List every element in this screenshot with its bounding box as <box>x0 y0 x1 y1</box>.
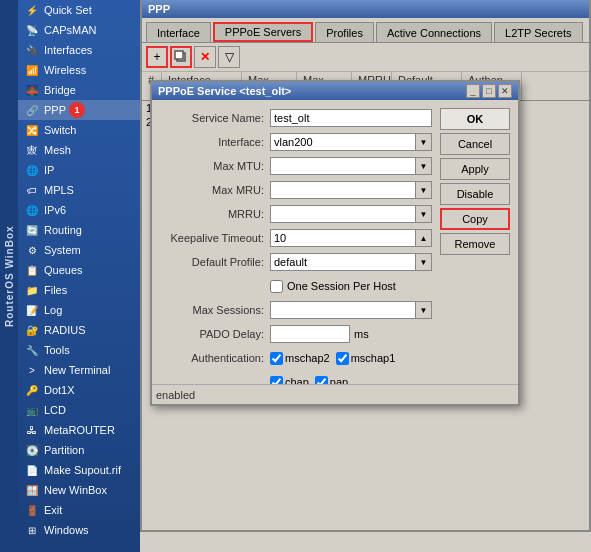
sidebar-item-make-supout[interactable]: 📄Make Supout.rif <box>18 460 140 480</box>
pado-delay-input[interactable] <box>270 325 350 343</box>
interface-dropdown-btn[interactable]: ▼ <box>416 133 432 151</box>
dialog-content: Service Name: Interface: ▼ <box>152 100 518 404</box>
max-mtu-row: Max MTU: ▼ <box>160 156 432 176</box>
one-session-row: One Session Per Host <box>160 276 432 296</box>
max-mru-row: Max MRU: ▼ <box>160 180 432 200</box>
auth-row: Authentication: mschap2 mschap1 <box>160 348 432 368</box>
dialog-form: Service Name: Interface: ▼ <box>160 108 432 396</box>
sidebar-item-ipv6[interactable]: 🌐IPv6 <box>18 200 140 220</box>
sidebar-item-mpls[interactable]: 🏷MPLS <box>18 180 140 200</box>
sidebar-item-tools[interactable]: 🔧Tools <box>18 340 140 360</box>
tools-icon: 🔧 <box>24 343 40 357</box>
remove-dialog-button[interactable]: Remove <box>440 233 510 255</box>
partition-icon: 💽 <box>24 443 40 457</box>
mpls-icon: 🏷 <box>24 183 40 197</box>
sidebar-label-partition: Partition <box>44 444 84 456</box>
interface-row: Interface: ▼ <box>160 132 432 152</box>
capsman-icon: 📡 <box>24 23 40 37</box>
sidebar-label-routing: Routing <box>44 224 82 236</box>
max-mtu-dropdown-btn[interactable]: ▼ <box>416 157 432 175</box>
sidebar-item-new-winbox[interactable]: 🪟New WinBox <box>18 480 140 500</box>
system-icon: ⚙ <box>24 243 40 257</box>
mrru-dropdown-btn[interactable]: ▼ <box>416 205 432 223</box>
sidebar-label-switch: Switch <box>44 124 76 136</box>
sidebar-label-ip: IP <box>44 164 54 176</box>
badge-ppp: 1 <box>69 102 85 118</box>
max-sessions-dropdown-btn[interactable]: ▼ <box>416 301 432 319</box>
max-sessions-input[interactable] <box>270 301 416 319</box>
sidebar-label-system: System <box>44 244 81 256</box>
sidebar-item-new-terminal[interactable]: >New Terminal <box>18 360 140 380</box>
sidebar-item-dot1x[interactable]: 🔑Dot1X <box>18 380 140 400</box>
sidebar-item-exit[interactable]: 🚪Exit <box>18 500 140 520</box>
dialog-overlay: PPPoE Service <test_olt> _ □ ✕ Service N… <box>140 0 591 552</box>
sidebar-item-files[interactable]: 📁Files <box>18 280 140 300</box>
max-sessions-row: Max Sessions: ▼ <box>160 300 432 320</box>
sidebar-item-queues[interactable]: 📋Queues <box>18 260 140 280</box>
ppp-icon: 🔗 <box>24 103 40 117</box>
sidebar-item-lcd[interactable]: 📺LCD <box>18 400 140 420</box>
sidebar-label-quick-set: Quick Set <box>44 4 92 16</box>
max-mru-dropdown-btn[interactable]: ▼ <box>416 181 432 199</box>
dialog-titlebar: PPPoE Service <test_olt> _ □ ✕ <box>152 82 518 100</box>
auth-mschap1-checkbox[interactable] <box>336 352 349 365</box>
dialog-titlebar-btns: _ □ ✕ <box>466 84 512 98</box>
cancel-button[interactable]: Cancel <box>440 133 510 155</box>
sidebar-logo: RouterOS WinBox <box>0 0 18 552</box>
keepalive-input[interactable] <box>270 229 416 247</box>
sidebar-label-radius: RADIUS <box>44 324 86 336</box>
mrru-label: MRRU: <box>160 208 270 220</box>
sidebar-item-radius[interactable]: 🔐RADIUS <box>18 320 140 340</box>
sidebar-item-partition[interactable]: 💽Partition <box>18 440 140 460</box>
disable-button[interactable]: Disable <box>440 183 510 205</box>
pppoe-service-dialog: PPPoE Service <test_olt> _ □ ✕ Service N… <box>150 80 520 406</box>
service-name-input[interactable] <box>270 109 432 127</box>
one-session-checkbox[interactable] <box>270 280 283 293</box>
sidebar-label-log: Log <box>44 304 62 316</box>
sidebar-item-log[interactable]: 📝Log <box>18 300 140 320</box>
auth-label: Authentication: <box>160 352 270 364</box>
mrru-input-group: ▼ <box>270 205 432 223</box>
apply-button[interactable]: Apply <box>440 158 510 180</box>
ok-button[interactable]: OK <box>440 108 510 130</box>
sidebar-item-wireless[interactable]: 📶Wireless <box>18 60 140 80</box>
mesh-icon: 🕸 <box>24 143 40 157</box>
sidebar-item-switch[interactable]: 🔀Switch <box>18 120 140 140</box>
interface-input-group: ▼ <box>270 133 432 151</box>
sidebar-item-windows[interactable]: ⊞Windows <box>18 520 140 540</box>
sidebar-label-capsman: CAPsMAN <box>44 24 97 36</box>
sidebar-item-mesh[interactable]: 🕸Mesh <box>18 140 140 160</box>
ip-icon: 🌐 <box>24 163 40 177</box>
default-profile-input[interactable] <box>270 253 416 271</box>
queues-icon: 📋 <box>24 263 40 277</box>
copy-dialog-button[interactable]: Copy <box>440 208 510 230</box>
sidebar-item-system[interactable]: ⚙System <box>18 240 140 260</box>
sidebar-label-ipv6: IPv6 <box>44 204 66 216</box>
sidebar-item-bridge[interactable]: 🌉Bridge <box>18 80 140 100</box>
keepalive-up-btn[interactable]: ▲ <box>416 229 432 247</box>
main-container: RouterOS WinBox ⚡Quick Set📡CAPsMAN🔌Inter… <box>0 0 591 552</box>
max-mtu-label: Max MTU: <box>160 160 270 172</box>
interface-input[interactable] <box>270 133 416 151</box>
sidebar-item-ip[interactable]: 🌐IP <box>18 160 140 180</box>
max-mru-input[interactable] <box>270 181 416 199</box>
max-mtu-input[interactable] <box>270 157 416 175</box>
interface-label: Interface: <box>160 136 270 148</box>
sidebar-item-ppp[interactable]: 🔗PPP1 <box>18 100 140 120</box>
service-name-label: Service Name: <box>160 112 270 124</box>
sidebar-item-metarouter[interactable]: 🖧MetaROUTER <box>18 420 140 440</box>
windows-icon: ⊞ <box>24 523 40 537</box>
mrru-input[interactable] <box>270 205 416 223</box>
dialog-maximize-button[interactable]: □ <box>482 84 496 98</box>
dialog-minimize-button[interactable]: _ <box>466 84 480 98</box>
sidebar-item-capsman[interactable]: 📡CAPsMAN <box>18 20 140 40</box>
default-profile-dropdown-btn[interactable]: ▼ <box>416 253 432 271</box>
switch-icon: 🔀 <box>24 123 40 137</box>
dialog-close-button[interactable]: ✕ <box>498 84 512 98</box>
sidebar-item-quick-set[interactable]: ⚡Quick Set <box>18 0 140 20</box>
sidebar-item-interfaces[interactable]: 🔌Interfaces <box>18 40 140 60</box>
keepalive-input-group: ▲ <box>270 229 432 247</box>
auth-mschap2-checkbox[interactable] <box>270 352 283 365</box>
new-terminal-icon: > <box>24 363 40 377</box>
sidebar-item-routing[interactable]: 🔄Routing <box>18 220 140 240</box>
